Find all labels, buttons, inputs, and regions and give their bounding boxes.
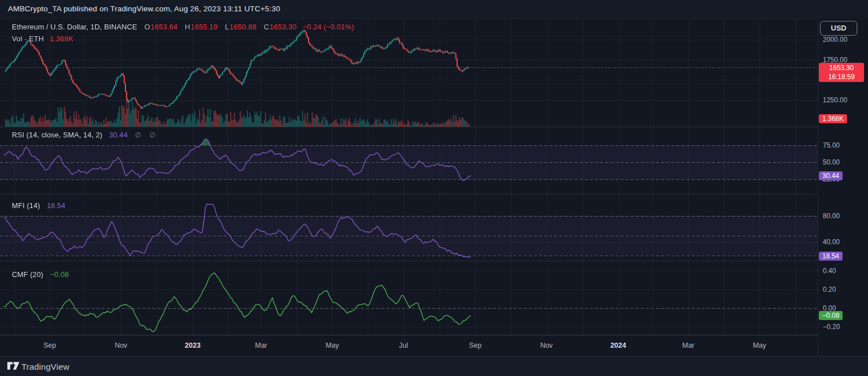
rsi-value: 30.44 (109, 131, 128, 139)
time-axis[interactable]: SepNov2023MarMayJulSepNov2024MarMay (0, 335, 818, 357)
time-axis-label: May (753, 342, 766, 349)
price-axis-tick: 1250.00 (823, 96, 847, 105)
high-label: H (185, 23, 190, 31)
rsi-legend: RSI (14, close, SMA, 14, 2) 30.44 ∅ ∅ (12, 131, 159, 139)
cmf-value: −0.08 (50, 270, 68, 279)
cmf-legend: CMF (20) −0.08 (12, 270, 69, 279)
publish-header: AMBCrypto_TA published on TradingView.co… (0, 0, 868, 19)
volume-legend: Vol · ETH 1.368K (12, 34, 73, 43)
price-axis-tick: 2000.00 (823, 35, 847, 44)
time-axis-label: 2024 (610, 342, 626, 349)
close-label: C (264, 23, 270, 31)
cmf-axis-tick: −0.20 (823, 322, 840, 331)
volume-badge: 1.368K (819, 114, 847, 123)
price-legend: Ethereum / U.S. Dollar, 1D, BINANCE O165… (12, 23, 354, 31)
time-axis-label: Sep (44, 342, 56, 349)
rsi-title: RSI (14, close, SMA, 14, 2) (12, 131, 102, 139)
mfi-value: 18.54 (47, 201, 66, 210)
time-axis-label: 2023 (185, 342, 201, 349)
mfi-title: MFI (14) (12, 201, 40, 210)
time-axis-label: Nov (115, 342, 127, 349)
volume-value: 1.368K (50, 34, 73, 43)
open-label: O (144, 23, 150, 31)
footer-bar: TradingView (0, 356, 868, 376)
mfi-legend: MFI (14) 18.54 (12, 201, 66, 210)
time-axis-label: May (326, 342, 339, 349)
volume-label: Vol · ETH (12, 34, 44, 43)
symbol-title: Ethereum / U.S. Dollar, 1D, BINANCE (12, 23, 137, 31)
high-value: 1655.19 (191, 23, 218, 31)
close-value: 1653.30 (270, 23, 297, 31)
cmf-value-badge: −0.08 (819, 311, 843, 320)
last-price-badge: 1653.3016:18:59 (819, 63, 864, 82)
currency-toggle-button[interactable]: USD (820, 21, 857, 36)
time-axis-label: Mar (255, 342, 267, 349)
rsi-value-badge: 30.44 (819, 171, 843, 180)
chart-area[interactable]: Ethereum / U.S. Dollar, 1D, BINANCE O165… (0, 19, 818, 335)
rsi-axis-tick: 50.00 (823, 158, 840, 167)
tradingview-logo-icon[interactable] (7, 362, 20, 373)
low-value: 1650.88 (229, 23, 257, 31)
mfi-value-badge: 18.54 (819, 252, 843, 261)
time-axis-label: Mar (682, 342, 695, 349)
price-axis[interactable]: USD 2000.001750.001500.001250.0075.0050.… (818, 19, 868, 356)
publish-attribution: AMBCrypto_TA published on TradingView.co… (8, 5, 280, 13)
low-label: L (225, 23, 229, 31)
tradingview-published-chart: AMBCrypto_TA published on TradingView.co… (0, 0, 868, 376)
time-axis-label: Nov (540, 342, 553, 349)
cmf-axis-tick: 0.40 (823, 266, 836, 275)
time-axis-label: Jul (399, 342, 408, 349)
tradingview-brand-name[interactable]: TradingView (21, 362, 70, 371)
chart-plot-area[interactable] (0, 19, 818, 335)
time-axis-label: Sep (469, 342, 481, 349)
change-value: −0.24 (−0.01%) (303, 23, 354, 31)
rsi-empty-set-icons: ∅ ∅ (135, 131, 159, 139)
cmf-title: CMF (20) (12, 270, 44, 279)
mfi-axis-tick: 40.00 (823, 237, 840, 247)
open-value: 1653.64 (151, 23, 178, 31)
mfi-axis-tick: 80.00 (823, 211, 840, 221)
cmf-axis-tick: 0.20 (823, 285, 836, 294)
rsi-axis-tick: 75.00 (823, 141, 840, 150)
